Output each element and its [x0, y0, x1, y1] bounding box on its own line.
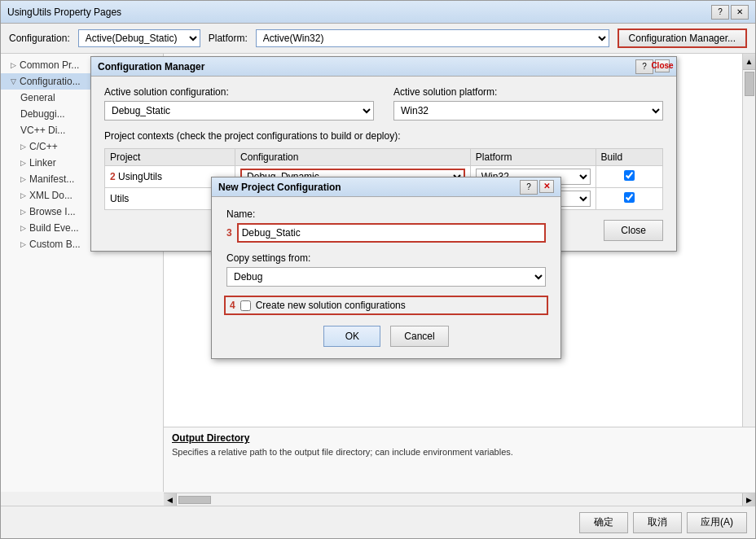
- cm-active-row: Active solution configuration: Debug_Sta…: [104, 86, 663, 121]
- cm-close-button[interactable]: Close: [604, 220, 663, 241]
- scroll-up-btn[interactable]: ▲: [743, 54, 755, 70]
- col-build: Build: [596, 149, 662, 166]
- cm-title-bar: Configuration Manager ? Close: [91, 57, 676, 77]
- cancel-button[interactable]: 取消: [633, 512, 682, 533]
- main-title-bar: UsingUtils Property Pages ? ✕: [1, 1, 755, 24]
- title-bar-buttons: ? ✕: [711, 5, 749, 20]
- sidebar-item-label: Build Eve...: [29, 222, 79, 234]
- help-button[interactable]: ?: [711, 5, 729, 20]
- npd-body: Name: 3 Copy settings from: Debug Releas…: [212, 197, 560, 358]
- config-bar: Configuration: Active(Debug_Static) Plat…: [1, 24, 755, 54]
- create-solution-config-label: Create new solution configurations: [256, 300, 406, 311]
- sidebar-item-label: Manifest...: [29, 173, 74, 185]
- sidebar-item-label: Common Pr...: [20, 59, 79, 71]
- configuration-label: Configuration:: [9, 33, 70, 44]
- create-solution-config-checkbox[interactable]: [240, 300, 251, 311]
- configuration-select[interactable]: Active(Debug_Static): [78, 29, 200, 47]
- apply-button[interactable]: 应用(A): [687, 512, 747, 533]
- h-scroll-thumb[interactable]: [178, 496, 211, 504]
- new-project-configuration-dialog: New Project Configuration ? ✕ Name: 3 Co…: [211, 177, 561, 359]
- cm-project-contexts-label: Project contexts (check the project conf…: [104, 130, 663, 142]
- sidebar-item-label: XML Do...: [29, 190, 73, 201]
- cm-solution-platform-label: Active solution platform:: [393, 86, 663, 98]
- arrow-icon: ▷: [20, 191, 26, 199]
- sidebar-item-label: Browse I...: [29, 206, 76, 217]
- cm-solution-platform-col: Active solution platform: Win32: [393, 86, 663, 121]
- npd-help-btn[interactable]: ?: [520, 180, 538, 195]
- arrow-icon: ▷: [20, 159, 26, 167]
- main-window-title: UsingUtils Property Pages: [7, 7, 121, 18]
- main-window: UsingUtils Property Pages ? ✕ Configurat…: [0, 0, 756, 539]
- scroll-thumb[interactable]: [745, 72, 754, 96]
- output-directory-title: Output Directory: [172, 432, 747, 444]
- vertical-scrollbar[interactable]: ▲: [742, 54, 755, 427]
- copy-settings-select[interactable]: Debug Release Debug_Static Debug_Dynamic: [226, 267, 546, 287]
- ok-button[interactable]: 确定: [579, 512, 628, 533]
- arrow-icon: ▷: [20, 224, 26, 232]
- arrow-icon: ▷: [20, 240, 26, 248]
- col-platform: Platform: [470, 149, 596, 166]
- step-number-3: 3: [226, 227, 232, 239]
- sidebar-item-label: VC++ Di...: [20, 125, 65, 136]
- npd-cancel-button[interactable]: Cancel: [390, 326, 448, 347]
- build-cell[interactable]: [596, 166, 662, 188]
- name-label: Name:: [226, 208, 546, 220]
- build-checkbox[interactable]: [624, 170, 635, 181]
- horizontal-scrollbar[interactable]: ◀ ▶: [164, 493, 755, 506]
- sidebar-item-label: Custom B...: [29, 239, 81, 250]
- arrow-icon: ▷: [20, 142, 26, 151]
- cm-solution-config-col: Active solution configuration: Debug_Sta…: [104, 86, 374, 121]
- step-number-2: 2: [110, 171, 116, 182]
- bottom-bar: 确定 取消 应用(A): [1, 506, 755, 538]
- build-cell[interactable]: [596, 188, 662, 210]
- npd-ok-button[interactable]: OK: [323, 326, 380, 347]
- create-solution-config-row: 4 Create new solution configurations: [226, 298, 546, 313]
- copy-settings-label: Copy settings from:: [226, 252, 546, 264]
- cm-title: Configuration Manager: [98, 61, 204, 72]
- platform-label: Platform:: [209, 33, 248, 44]
- col-configuration: Configuration: [235, 149, 471, 166]
- arrow-icon: ▷: [11, 61, 16, 69]
- configuration-manager-button[interactable]: Configuration Manager...: [618, 28, 747, 48]
- sidebar-item-label: Debuggi...: [20, 108, 65, 120]
- scroll-right-btn[interactable]: ▶: [742, 493, 755, 506]
- scroll-left-btn[interactable]: ◀: [164, 493, 177, 506]
- cm-solution-config-label: Active solution configuration:: [104, 86, 374, 98]
- sidebar-item-label: C/C++: [29, 141, 58, 152]
- close-button[interactable]: ✕: [731, 5, 749, 20]
- arrow-icon: ▷: [20, 208, 26, 216]
- cm-close-icon-btn[interactable]: Close: [655, 59, 670, 72]
- npd-close-btn[interactable]: ✕: [539, 180, 554, 193]
- arrow-icon: ▽: [11, 77, 16, 85]
- cm-solution-config-select[interactable]: Debug_Static: [104, 101, 374, 121]
- arrow-icon: ▷: [20, 175, 26, 183]
- cm-solution-platform-select[interactable]: Win32: [393, 101, 663, 121]
- step-number-4: 4: [230, 300, 235, 311]
- sidebar-item-label: General: [20, 92, 55, 103]
- npd-button-row: OK Cancel: [226, 326, 546, 347]
- npd-title-bar: New Project Configuration ? ✕: [212, 177, 560, 197]
- col-project: Project: [105, 149, 235, 166]
- build-checkbox-utils[interactable]: [624, 192, 635, 203]
- sidebar-item-label: Linker: [29, 157, 56, 169]
- output-directory-desc: Specifies a relative path to the output …: [172, 447, 747, 457]
- platform-select[interactable]: Active(Win32): [256, 29, 609, 47]
- sidebar-item-label: Configuratio...: [20, 76, 81, 87]
- name-input[interactable]: [237, 223, 546, 243]
- npd-title: New Project Configuration: [218, 182, 341, 193]
- output-section: Output Directory Specifies a relative pa…: [164, 427, 755, 492]
